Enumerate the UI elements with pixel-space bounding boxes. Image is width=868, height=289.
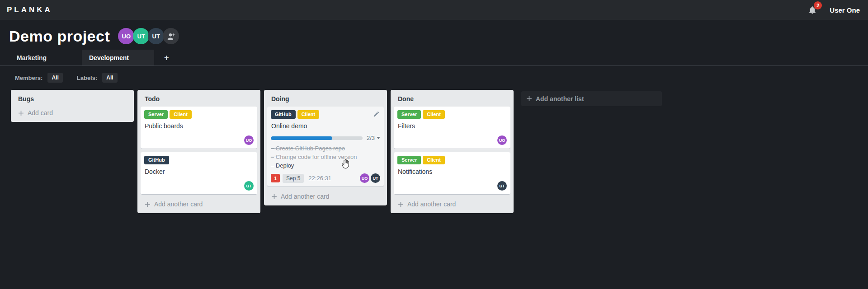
planka-logo[interactable]: PLANKA (7, 5, 52, 14)
list-doing: Doing GitHub Client Online demo 2/3 (264, 90, 387, 205)
add-list-label: Add another list (536, 95, 584, 103)
task-item: Deploy (271, 162, 380, 169)
card-member-avatar[interactable]: UT (244, 181, 254, 191)
list-title[interactable]: Done (394, 93, 510, 107)
add-board-button[interactable]: + (161, 50, 172, 65)
card-labels: GitHub Client (271, 110, 380, 119)
card-title: Docker (144, 168, 254, 176)
add-card-label: Add card (28, 109, 53, 117)
plus-icon (18, 110, 24, 116)
add-card-label: Add another card (154, 200, 203, 208)
project-members: UO UT UT (118, 28, 179, 44)
add-another-card-button[interactable]: Add another card (267, 190, 384, 202)
card-labels: GitHub (144, 156, 254, 164)
board-member-avatar[interactable]: UO (118, 28, 134, 44)
card-members: UO UT (360, 173, 380, 183)
card-notification-badge: 1 (271, 174, 280, 182)
card-title: Public boards (144, 122, 254, 130)
top-bar: PLANKA 2 User One (0, 0, 868, 20)
plus-icon (526, 96, 532, 102)
card-footer: 1 Sep 5 22:26:31 UO UT (271, 173, 380, 183)
add-list-button[interactable]: Add another list (521, 91, 662, 106)
card-labels: Server Client (144, 110, 254, 119)
add-card-button[interactable]: Add card (14, 107, 131, 119)
card-title: Notifications (397, 168, 507, 176)
user-menu[interactable]: User One (830, 6, 860, 14)
card-filters[interactable]: Server Client Filters UO (394, 107, 510, 149)
plus-icon (271, 194, 277, 200)
project-title[interactable]: Demo project (9, 25, 110, 47)
tasks-counter-value: 2/3 (367, 135, 375, 141)
card-member-avatar[interactable]: UT (371, 173, 380, 183)
notification-badge: 2 (814, 1, 822, 9)
list-title[interactable]: Todo (141, 93, 257, 107)
card-docker[interactable]: GitHub Docker UT (141, 152, 257, 194)
card-member-avatar[interactable]: UO (244, 135, 254, 145)
due-date-badge[interactable]: Sep 5 (283, 174, 304, 183)
list-title[interactable]: Bugs (14, 93, 131, 107)
label-chip: Client (423, 110, 445, 119)
label-chip: Client (170, 110, 192, 119)
add-card-label: Add another card (281, 193, 329, 200)
list-done: Done Server Client Filters UO Server Cli… (391, 90, 514, 213)
list-todo: Todo Server Client Public boards UO GitH… (137, 90, 260, 213)
card-member-avatar[interactable]: UT (497, 181, 507, 191)
tab-development[interactable]: Development (82, 50, 154, 65)
labels-filter-label: Labels: (77, 75, 98, 81)
card-notifications[interactable]: Server Client Notifications UT (394, 152, 510, 194)
task-list: Create GitHub Pages repo Change code for… (271, 144, 380, 169)
add-card-label: Add another card (407, 200, 456, 208)
card-labels: Server Client (397, 110, 507, 119)
card-members: UO (144, 135, 254, 145)
task-item: Create GitHub Pages repo (271, 144, 380, 152)
tab-marketing[interactable]: Marketing (9, 50, 82, 65)
task-item: Change code for offline version (271, 153, 380, 161)
card-members: UT (144, 181, 254, 191)
label-chip: GitHub (271, 110, 296, 119)
label-chip: Client (297, 110, 320, 119)
label-chip: Server (144, 110, 168, 119)
label-chip: GitHub (144, 156, 169, 164)
label-chip: Client (423, 156, 445, 164)
card-members: UT (397, 181, 507, 191)
board-member-avatar[interactable]: UT (148, 28, 164, 44)
card-online-demo[interactable]: GitHub Client Online demo 2/3 Create Git… (267, 107, 384, 186)
notifications-button[interactable]: 2 (808, 5, 817, 15)
edit-card-button[interactable] (373, 111, 380, 117)
add-member-button[interactable] (163, 28, 179, 44)
filter-bar: Members: All Labels: All (0, 66, 868, 83)
list-title[interactable]: Doing (267, 93, 384, 107)
topbar-right: 2 User One (808, 5, 860, 15)
project-header: Demo project UO UT UT (0, 20, 868, 48)
board-tabs: Marketing Development + (0, 50, 868, 66)
chevron-down-icon (377, 137, 380, 139)
list-bugs: Bugs Add card (11, 90, 134, 122)
tasks-counter[interactable]: 2/3 (367, 135, 380, 141)
members-filter-value[interactable]: All (47, 73, 62, 83)
card-title: Online demo (271, 122, 380, 130)
add-another-card-button[interactable]: Add another card (141, 198, 257, 210)
card-members: UO (397, 135, 507, 145)
progress-bar (271, 136, 363, 140)
pencil-icon (373, 111, 380, 117)
board-lists: Bugs Add card Todo Server Client Public … (0, 83, 868, 213)
person-plus-icon (167, 33, 175, 40)
board-member-avatar[interactable]: UT (133, 28, 149, 44)
card-member-avatar[interactable]: UO (360, 173, 369, 183)
members-filter-label: Members: (15, 75, 42, 81)
progress-fill (271, 136, 332, 140)
card-title: Filters (397, 122, 507, 130)
tasks-progress: 2/3 (271, 135, 380, 141)
label-chip: Server (397, 110, 421, 119)
card-labels: Server Client (397, 156, 507, 164)
labels-filter-value[interactable]: All (102, 73, 117, 83)
add-another-card-button[interactable]: Add another card (394, 198, 510, 210)
card-member-avatar[interactable]: UO (497, 135, 507, 145)
plus-icon (398, 201, 404, 207)
timer-badge[interactable]: 22:26:31 (308, 175, 331, 182)
card-public-boards[interactable]: Server Client Public boards UO (141, 107, 257, 149)
plus-icon (145, 201, 151, 207)
label-chip: Server (397, 156, 421, 164)
